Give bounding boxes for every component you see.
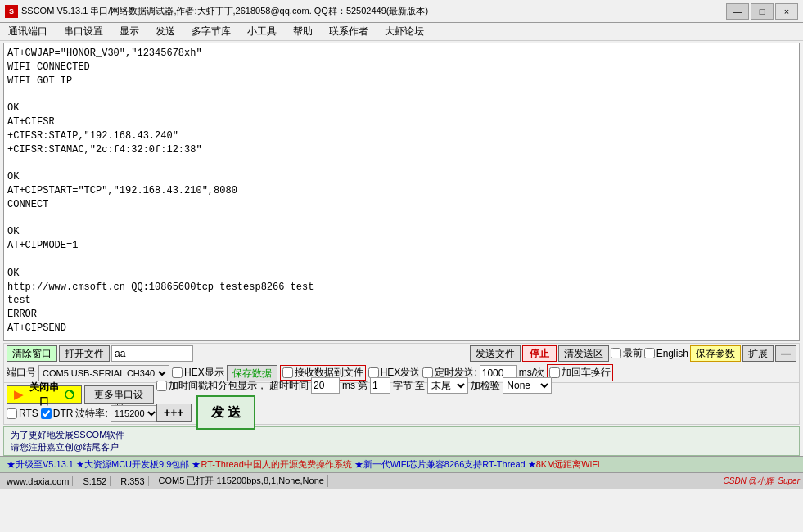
dtr-checkbox[interactable]: DTR — [41, 408, 74, 419]
terminal-line — [7, 253, 796, 267]
menu-port-settings[interactable]: 串口设置 — [59, 23, 108, 40]
baud-rate-select[interactable]: 115200 9600 38400 57600 — [111, 405, 159, 422]
ad-line2: 请您注册嘉立创@结尾客户 — [11, 441, 792, 453]
title-bar-left: S SSCOM V5.13.1 串口/网络数据调试器,作者:大虾丁丁,26180… — [5, 5, 428, 18]
terminal-line: AT+CIPSEND — [7, 322, 796, 336]
maximize-button[interactable]: □ — [751, 3, 774, 20]
timeout-value[interactable] — [311, 377, 340, 394]
send-button-label: 发 送 — [211, 405, 241, 419]
send-button[interactable]: 发 送 — [196, 395, 255, 430]
timeout-unit: ms — [342, 380, 355, 391]
plus-button[interactable]: +++ — [156, 404, 192, 422]
terminal-line: AT+CIPSTART="TCP","192.168.43.210",8080 — [7, 184, 796, 198]
rts-dtr-row: RTS DTR 波特率: 115200 9600 38400 57600 — [7, 405, 154, 422]
clear-send-button[interactable]: 清发送区 — [558, 345, 609, 362]
open-file-button[interactable]: 打开文件 — [59, 345, 110, 362]
app-logo: S — [5, 5, 18, 18]
close-port-label: 关闭串口 — [25, 381, 63, 408]
timestamp-row: 加时间戳和分包显示， 超时时间 ms 第 字节 至 末尾 加检验 None CR… — [156, 377, 796, 394]
byte-value[interactable] — [370, 377, 390, 394]
terminal-line: ERROR — [7, 308, 796, 322]
send-file-button[interactable]: 发送文件 — [470, 345, 521, 362]
ticker: ★升级至V5.13.1 ★大资源MCU开发板9.9包邮 ★RT-Thread中国… — [0, 456, 803, 472]
send-button-row: +++ 发 送 — [156, 395, 796, 430]
recv-count-status: R:353 — [117, 476, 148, 486]
menu-help[interactable]: 帮助 — [288, 23, 318, 40]
checksum-label: 加检验 — [471, 379, 500, 393]
send-input[interactable] — [111, 345, 193, 362]
terminal-line: OK — [7, 101, 796, 115]
close-port-row: ▶ 关闭串口 更多串口设置 — [7, 385, 154, 404]
close-button[interactable]: × — [775, 3, 798, 20]
panel-row3-right: 加时间戳和分包显示， 超时时间 ms 第 字节 至 末尾 加检验 None CR… — [156, 377, 796, 430]
terminal-line — [7, 212, 796, 226]
menu-comm-port[interactable]: 通讯端口 — [3, 23, 52, 40]
terminal-line: CONNECT — [7, 198, 796, 212]
terminal-line: OK — [7, 170, 796, 184]
expand-button[interactable]: 扩展 — [742, 345, 774, 362]
terminal-line: http://www.cmsoft.cn QQ:10865600tcp test… — [7, 281, 796, 295]
title-bar-controls: — □ × — [726, 3, 798, 20]
terminal-line — [7, 336, 796, 341]
terminal-line: +CIFSR:STAIP,"192.168.43.240" — [7, 129, 796, 143]
ticker-text: ★升级至V5.13.1 ★大资源MCU开发板9.9包邮 ★RT-Thread中国… — [7, 458, 599, 471]
bottom-panel: 清除窗口 打开文件 发送文件 停止 清发送区 最前 English 保存参数 扩… — [3, 343, 800, 425]
checksum-select[interactable]: None CRC16 Sum — [503, 377, 552, 394]
terminal-line: AT+CWJAP="HONOR_V30","12345678xh" — [7, 47, 796, 61]
byte-label: 第 — [358, 379, 368, 393]
english-checkbox[interactable]: English — [644, 348, 688, 359]
terminal-line — [7, 156, 796, 170]
ad-line1: 为了更好地发展SSCOM软件 — [11, 429, 792, 441]
terminal-line: OK — [7, 267, 796, 281]
menu-tools[interactable]: 小工具 — [242, 23, 282, 40]
minimize-button[interactable]: — — [726, 3, 749, 20]
terminal-line: WIFI GOT IP — [7, 74, 796, 88]
stop-button[interactable]: 停止 — [522, 345, 557, 362]
ad-area: 为了更好地发展SSCOM软件 请您注册嘉立创@结尾客户 — [3, 426, 800, 456]
terminal-line — [7, 88, 796, 101]
terminal-line: OK — [7, 225, 796, 239]
baud-rate-label: 波特率: — [75, 407, 107, 421]
port-select[interactable]: COM5 USB-SERIAL CH340 — [38, 365, 169, 381]
status-bar: www.daxia.com S:152 R:353 COM5 已打开 11520… — [0, 472, 803, 489]
port-label: 端口号 — [7, 366, 36, 380]
send-count-status: S:152 — [79, 476, 111, 486]
refresh-icon — [65, 390, 74, 399]
title-text: SSCOM V5.13.1 串口/网络数据调试器,作者:大虾丁丁,2618058… — [21, 5, 428, 17]
close-port-button[interactable]: ▶ 关闭串口 — [7, 385, 82, 404]
rts-checkbox[interactable]: RTS — [7, 408, 38, 419]
menu-forum[interactable]: 大虾论坛 — [380, 23, 429, 40]
collapse-button[interactable]: — — [775, 345, 796, 362]
panel-row3: ▶ 关闭串口 更多串口设置 RTS DTR 波特率: 115200 — [4, 383, 799, 424]
watermark: CSDN @小辉_Super — [723, 476, 800, 487]
menu-send[interactable]: 发送 — [151, 23, 180, 40]
more-settings-button[interactable]: 更多串口设置 — [84, 385, 154, 404]
to-end-select[interactable]: 末尾 — [427, 377, 468, 394]
website-status: www.daxia.com — [3, 476, 73, 486]
port-status: COM5 已打开 115200bps,8,1,None,None — [156, 475, 328, 487]
menu-bar: 通讯端口 串口设置 显示 发送 多字节库 小工具 帮助 联系作者 大虾论坛 — [0, 23, 803, 41]
terminal-line: WIFI CONNECTED — [7, 61, 796, 74]
menu-contact[interactable]: 联系作者 — [324, 23, 373, 40]
menu-multi-string[interactable]: 多字节库 — [187, 23, 236, 40]
terminal-line: AT+CIPMODE=1 — [7, 239, 796, 253]
terminal-line: +CIFSR:STAMAC,"2c:f4:32:0f:12:38" — [7, 143, 796, 157]
terminal-line: test — [7, 294, 796, 308]
clear-window-button[interactable]: 清除窗口 — [7, 345, 57, 362]
terminal-area[interactable]: AT+CWJAP="HONOR_V30","12345678xh" WIFI C… — [3, 43, 800, 341]
byte-unit: 字节 至 — [393, 379, 425, 393]
top-most-checkbox[interactable]: 最前 — [611, 346, 643, 360]
save-params-button[interactable]: 保存参数 — [690, 345, 741, 362]
timeout-label: 超时时间 — [269, 379, 309, 393]
panel-row1: 清除窗口 打开文件 发送文件 停止 清发送区 最前 English 保存参数 扩… — [4, 344, 799, 363]
timestamp-checkbox[interactable]: 加时间戳和分包显示， — [156, 379, 267, 393]
terminal-line: AT+CIFSR — [7, 115, 796, 129]
menu-display[interactable]: 显示 — [115, 23, 144, 40]
title-bar: S SSCOM V5.13.1 串口/网络数据调试器,作者:大虾丁丁,26180… — [0, 0, 803, 23]
panel-row3-left: ▶ 关闭串口 更多串口设置 RTS DTR 波特率: 115200 — [7, 385, 154, 422]
